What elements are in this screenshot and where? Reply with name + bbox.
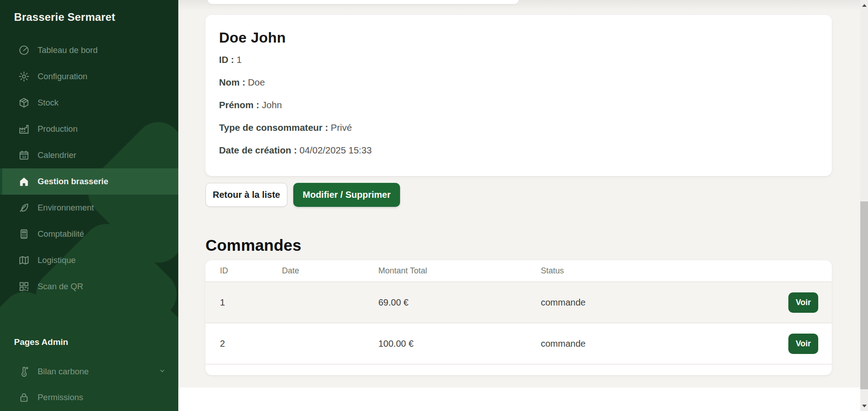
sidebar-item-comptabilit-[interactable]: Comptabilité bbox=[0, 221, 178, 247]
column-header-date: Date bbox=[282, 266, 378, 276]
orders-table-body: 169.00 €commandeVoir2100.00 €commandeVoi… bbox=[205, 282, 832, 364]
orders-table: IDDateMontant TotalStatus 169.00 €comman… bbox=[205, 260, 832, 375]
sidebar-item-configuration[interactable]: Configuration bbox=[0, 63, 178, 90]
sidebar-admin-nav: Bilan carbonePermissions bbox=[0, 358, 178, 410]
sidebar-item-production[interactable]: Production bbox=[0, 116, 178, 142]
vertical-scrollbar[interactable] bbox=[860, 0, 868, 411]
sidebar-item-scan-de-qr[interactable]: Scan de QR bbox=[0, 273, 178, 300]
sidebar-item-label: Configuration bbox=[38, 72, 87, 81]
cell-id: 1 bbox=[205, 297, 282, 308]
gear-icon bbox=[18, 71, 30, 82]
calculator-icon bbox=[18, 228, 30, 240]
back-to-list-button[interactable]: Retour à la liste bbox=[205, 183, 287, 207]
sidebar-item-gestion-brasserie[interactable]: Gestion brasserie bbox=[0, 168, 178, 195]
gauge-icon bbox=[18, 44, 30, 56]
detail-field: Date de création : 04/02/2025 15:33 bbox=[219, 143, 818, 157]
sidebar-item-bilan-carbone[interactable]: Bilan carbone bbox=[0, 358, 178, 384]
table-row: 169.00 €commandeVoir bbox=[205, 282, 832, 323]
sidebar-item-label: Production bbox=[38, 124, 77, 134]
sidebar-item-logistique[interactable]: Logistique bbox=[0, 247, 178, 273]
detail-field: ID : 1 bbox=[219, 53, 818, 66]
sidebar-item-tableau-de-bord[interactable]: Tableau de bord bbox=[0, 37, 178, 63]
sidebar-item-calendrier[interactable]: 12Calendrier bbox=[0, 142, 178, 168]
admin-section-title: Pages Admin bbox=[14, 337, 68, 347]
field-value: 04/02/2025 15:33 bbox=[300, 145, 372, 155]
sidebar: Brasserie Sermaret Tableau de bordConfig… bbox=[0, 0, 178, 411]
sidebar-item-label: Stock bbox=[38, 98, 58, 108]
sidebar-item-label: Environnement bbox=[38, 203, 94, 213]
factory-icon bbox=[18, 123, 30, 135]
sidebar-item-label: Comptabilité bbox=[38, 229, 84, 239]
cell-status: commande bbox=[541, 339, 788, 349]
sidebar-item-label: Scan de QR bbox=[38, 282, 83, 292]
orders-section-title: Commandes bbox=[205, 236, 301, 254]
leaf-icon bbox=[18, 202, 30, 214]
scroll-down-icon[interactable] bbox=[860, 402, 868, 410]
cell-status: commande bbox=[541, 297, 788, 308]
field-label: Prénom : bbox=[219, 100, 259, 110]
sidebar-item-environnement[interactable]: Environnement bbox=[0, 195, 178, 221]
scroll-up-icon[interactable] bbox=[860, 1, 868, 9]
consumer-fields: ID : 1Nom : DoePrénom : JohnType de cons… bbox=[219, 53, 818, 157]
qr-icon bbox=[18, 281, 30, 292]
column-header-montant-total: Montant Total bbox=[378, 266, 541, 276]
consumer-detail-card: Doe John ID : 1Nom : DoePrénom : JohnTyp… bbox=[205, 15, 832, 176]
page-bottom-background bbox=[178, 387, 868, 411]
sidebar-item-stock[interactable]: Stock bbox=[0, 90, 178, 116]
column-header-status: Status bbox=[541, 266, 788, 276]
table-row: 2100.00 €commandeVoir bbox=[205, 323, 832, 364]
sidebar-item-label: Calendrier bbox=[38, 150, 76, 160]
sidebar-item-label: Bilan carbone bbox=[38, 367, 89, 377]
sidebar-item-label: Permissions bbox=[38, 392, 83, 402]
app-title: Brasserie Sermaret bbox=[14, 11, 115, 24]
field-value: John bbox=[262, 100, 282, 110]
field-value: Privé bbox=[331, 122, 352, 133]
consumer-name-title: Doe John bbox=[219, 30, 818, 46]
sidebar-item-label: Logistique bbox=[38, 255, 76, 265]
cell-montant-total: 69.00 € bbox=[378, 297, 541, 308]
svg-text:12: 12 bbox=[22, 155, 27, 159]
scrollbar-thumb[interactable] bbox=[860, 201, 868, 389]
home-icon bbox=[18, 176, 30, 187]
field-label: ID : bbox=[219, 54, 234, 65]
detail-field: Nom : Doe bbox=[219, 76, 818, 89]
field-value: Doe bbox=[248, 77, 265, 87]
app-window: Brasserie Sermaret Tableau de bordConfig… bbox=[0, 0, 868, 411]
edit-delete-button[interactable]: Modifier / Supprimer bbox=[293, 183, 400, 207]
thermometer-icon bbox=[18, 366, 30, 378]
cell-id: 2 bbox=[205, 339, 282, 349]
sidebar-item-permissions[interactable]: Permissions bbox=[0, 384, 178, 410]
sidebar-item-label: Gestion brasserie bbox=[38, 177, 108, 186]
sidebar-main-nav: Tableau de bordConfigurationStockProduct… bbox=[0, 37, 178, 300]
box-icon bbox=[18, 97, 30, 109]
calendar-icon: 12 bbox=[18, 149, 30, 161]
field-value: 1 bbox=[237, 54, 242, 65]
field-label: Nom : bbox=[219, 77, 245, 87]
map-icon bbox=[18, 254, 30, 266]
main-content: Doe John ID : 1Nom : DoePrénom : JohnTyp… bbox=[178, 0, 868, 411]
voir-button[interactable]: Voir bbox=[788, 334, 818, 354]
orders-table-header: IDDateMontant TotalStatus bbox=[205, 260, 832, 282]
sidebar-item-label: Tableau de bord bbox=[38, 45, 98, 55]
previous-card-edge bbox=[208, 0, 519, 4]
column-header-id: ID bbox=[205, 266, 282, 276]
lock-icon bbox=[18, 392, 30, 403]
detail-field: Prénom : John bbox=[219, 98, 818, 111]
voir-button[interactable]: Voir bbox=[788, 292, 818, 313]
field-label: Date de création : bbox=[219, 145, 297, 155]
detail-field: Type de consommateur : Privé bbox=[219, 121, 818, 134]
chevron-down-icon[interactable] bbox=[159, 367, 166, 377]
cell-montant-total: 100.00 € bbox=[378, 339, 541, 349]
field-label: Type de consommateur : bbox=[219, 122, 328, 133]
